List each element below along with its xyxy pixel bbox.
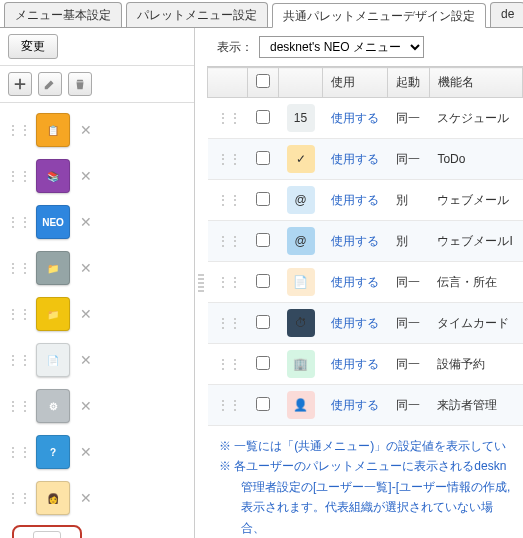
use-link[interactable]: 使用する bbox=[331, 234, 379, 248]
drag-handle-icon[interactable]: ⋮⋮ bbox=[216, 110, 240, 126]
drag-handle-icon[interactable]: ⋮⋮ bbox=[216, 274, 240, 290]
drag-handle-icon[interactable]: ⋮⋮ bbox=[216, 397, 240, 413]
table-row: ⋮⋮📄使用する同一伝言・所在 bbox=[208, 262, 523, 303]
splitter[interactable] bbox=[195, 28, 207, 538]
col-use[interactable]: 使用 bbox=[323, 68, 388, 98]
feature-icon: 15 bbox=[287, 104, 315, 132]
drag-handle-icon[interactable]: ⋮⋮ bbox=[216, 356, 240, 372]
col-launch[interactable]: 起動 bbox=[388, 68, 430, 98]
text-tool[interactable]: T bbox=[12, 525, 82, 538]
use-link[interactable]: 使用する bbox=[331, 316, 379, 330]
delete-button[interactable] bbox=[68, 72, 92, 96]
row-checkbox[interactable] bbox=[256, 151, 270, 165]
name-cell: 伝言・所在 bbox=[429, 262, 522, 303]
icon-row-folder-gray[interactable]: ⋮⋮📁✕ bbox=[6, 245, 188, 291]
edit-button[interactable] bbox=[38, 72, 62, 96]
launch-cell: 同一 bbox=[388, 385, 430, 426]
launch-cell: 同一 bbox=[388, 262, 430, 303]
name-cell: 設備予約 bbox=[429, 344, 522, 385]
table-row: ⋮⋮🏢使用する同一設備予約 bbox=[208, 344, 523, 385]
drag-handle-icon[interactable]: ⋮⋮ bbox=[6, 168, 30, 184]
name-cell: タイムカード bbox=[429, 303, 522, 344]
use-link[interactable]: 使用する bbox=[331, 357, 379, 371]
use-link[interactable]: 使用する bbox=[331, 275, 379, 289]
remove-icon[interactable]: ✕ bbox=[80, 214, 92, 230]
app-icon-operator: 👩 bbox=[36, 481, 70, 515]
remove-icon[interactable]: ✕ bbox=[80, 444, 92, 460]
drag-handle-icon[interactable]: ⋮⋮ bbox=[216, 233, 240, 249]
row-checkbox[interactable] bbox=[256, 192, 270, 206]
note-marker: ※ bbox=[219, 439, 231, 453]
tab-common-palette-design[interactable]: 共通パレットメニューデザイン設定 bbox=[272, 3, 486, 28]
tab-palette-settings[interactable]: パレットメニュー設定 bbox=[126, 2, 268, 27]
tab-extra[interactable]: de bbox=[490, 2, 523, 27]
add-button[interactable] bbox=[8, 72, 32, 96]
launch-cell: 同一 bbox=[388, 139, 430, 180]
display-label: 表示： bbox=[217, 39, 253, 56]
icon-row-neo[interactable]: ⋮⋮NEO✕ bbox=[6, 199, 188, 245]
remove-icon[interactable]: ✕ bbox=[80, 306, 92, 322]
row-checkbox[interactable] bbox=[256, 233, 270, 247]
remove-icon[interactable]: ✕ bbox=[80, 490, 92, 506]
row-checkbox[interactable] bbox=[256, 315, 270, 329]
remove-icon[interactable]: ✕ bbox=[80, 260, 92, 276]
table-row: ⋮⋮@使用する別ウェブメールI bbox=[208, 221, 523, 262]
row-checkbox[interactable] bbox=[256, 110, 270, 124]
drag-handle-icon[interactable]: ⋮⋮ bbox=[6, 122, 30, 138]
col-icon bbox=[279, 68, 323, 98]
app-icon-calendar: 📋 bbox=[36, 113, 70, 147]
remove-icon[interactable]: ✕ bbox=[80, 352, 92, 368]
drag-handle-icon[interactable]: ⋮⋮ bbox=[6, 444, 30, 460]
use-link[interactable]: 使用する bbox=[331, 111, 379, 125]
launch-cell: 同一 bbox=[388, 98, 430, 139]
icon-row-gear[interactable]: ⋮⋮⚙✕ bbox=[6, 383, 188, 429]
app-icon-help: ? bbox=[36, 435, 70, 469]
use-link[interactable]: 使用する bbox=[331, 193, 379, 207]
drag-handle-icon[interactable]: ⋮⋮ bbox=[6, 260, 30, 276]
row-checkbox[interactable] bbox=[256, 397, 270, 411]
app-icon-document: 📄 bbox=[36, 343, 70, 377]
drag-handle-icon[interactable]: ⋮⋮ bbox=[216, 192, 240, 208]
icon-row-books[interactable]: ⋮⋮📚✕ bbox=[6, 153, 188, 199]
drag-handle-icon[interactable]: ⋮⋮ bbox=[6, 214, 30, 230]
tab-basic-settings[interactable]: メニュー基本設定 bbox=[4, 2, 122, 27]
icon-row-folder-yellow[interactable]: ⋮⋮📁✕ bbox=[6, 291, 188, 337]
use-link[interactable]: 使用する bbox=[331, 398, 379, 412]
launch-cell: 別 bbox=[388, 180, 430, 221]
row-checkbox[interactable] bbox=[256, 356, 270, 370]
table-row: ⋮⋮✓使用する同一ToDo bbox=[208, 139, 523, 180]
row-checkbox[interactable] bbox=[256, 274, 270, 288]
use-link[interactable]: 使用する bbox=[331, 152, 379, 166]
app-icon-neo: NEO bbox=[36, 205, 70, 239]
name-cell: スケジュール bbox=[429, 98, 522, 139]
remove-icon[interactable]: ✕ bbox=[80, 122, 92, 138]
drag-handle-icon[interactable]: ⋮⋮ bbox=[6, 490, 30, 506]
name-cell: ウェブメール bbox=[429, 180, 522, 221]
remove-icon[interactable]: ✕ bbox=[80, 398, 92, 414]
drag-handle-icon[interactable]: ⋮⋮ bbox=[6, 306, 30, 322]
feature-icon: ⏱ bbox=[287, 309, 315, 337]
drag-handle-icon[interactable]: ⋮⋮ bbox=[216, 151, 240, 167]
drag-handle-icon[interactable]: ⋮⋮ bbox=[216, 315, 240, 331]
left-panel: 変更 ⋮⋮📋✕⋮⋮📚✕⋮⋮NEO✕⋮⋮📁✕⋮⋮📁✕⋮⋮📄✕⋮⋮⚙✕⋮⋮?✕⋮⋮👩… bbox=[0, 28, 195, 538]
name-cell: ウェブメールI bbox=[429, 221, 522, 262]
trash-icon bbox=[73, 77, 87, 91]
display-select[interactable]: desknet's NEO メニュー bbox=[259, 36, 424, 58]
col-name[interactable]: 機能名 bbox=[429, 68, 522, 98]
select-all-checkbox[interactable] bbox=[256, 74, 270, 88]
icon-list: ⋮⋮📋✕⋮⋮📚✕⋮⋮NEO✕⋮⋮📁✕⋮⋮📁✕⋮⋮📄✕⋮⋮⚙✕⋮⋮?✕⋮⋮👩✕T bbox=[0, 103, 194, 538]
table-row: ⋮⋮15使用する同一スケジュール bbox=[208, 98, 523, 139]
icon-row-operator[interactable]: ⋮⋮👩✕ bbox=[6, 475, 188, 521]
notes: ※ 一覧には「(共通メニュー)」の設定値を表示してい ※ 各ユーザーのパレットメ… bbox=[207, 426, 523, 538]
change-button[interactable]: 変更 bbox=[8, 34, 58, 59]
icon-row-calendar[interactable]: ⋮⋮📋✕ bbox=[6, 107, 188, 153]
col-drag bbox=[208, 68, 248, 98]
text-tool-icon: T bbox=[33, 531, 61, 538]
app-icon-folder-gray: 📁 bbox=[36, 251, 70, 285]
icon-row-document[interactable]: ⋮⋮📄✕ bbox=[6, 337, 188, 383]
icon-row-help[interactable]: ⋮⋮?✕ bbox=[6, 429, 188, 475]
remove-icon[interactable]: ✕ bbox=[80, 168, 92, 184]
pencil-icon bbox=[43, 77, 57, 91]
drag-handle-icon[interactable]: ⋮⋮ bbox=[6, 398, 30, 414]
drag-handle-icon[interactable]: ⋮⋮ bbox=[6, 352, 30, 368]
